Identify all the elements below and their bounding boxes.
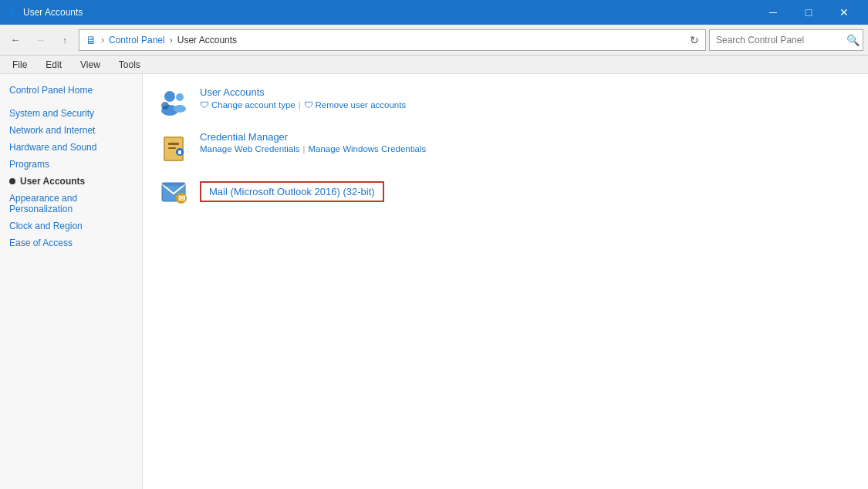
sidebar-item-network-internet[interactable]: Network and Internet — [0, 122, 142, 139]
content-area: User Accounts 🛡 Change account type | 🛡 … — [143, 74, 868, 489]
titlebar-icon: 👤 — [6, 6, 19, 19]
menu-file[interactable]: File — [6, 58, 33, 72]
user-accounts-body: User Accounts 🛡 Change account type | 🛡 … — [200, 86, 406, 110]
sidebar-item-programs[interactable]: Programs — [0, 156, 142, 173]
sidebar-item-hardware-sound[interactable]: Hardware and Sound — [0, 139, 142, 156]
user-accounts-icon — [158, 86, 189, 117]
change-account-type-link[interactable]: 🛡 Change account type — [200, 99, 296, 110]
titlebar-controls: ─ □ ✕ — [755, 0, 862, 25]
breadcrumb-user-accounts: User Accounts — [177, 35, 237, 46]
sidebar: Control Panel Home System and Security N… — [0, 74, 143, 489]
shield-icon-2: 🛡 — [304, 99, 313, 110]
remove-user-accounts-link[interactable]: 🛡 Remove user accounts — [304, 99, 407, 110]
titlebar: 👤 User Accounts ─ □ ✕ — [0, 0, 868, 25]
breadcrumb-control-panel[interactable]: Control Panel — [109, 35, 165, 46]
sidebar-item-control-panel-home[interactable]: Control Panel Home — [0, 82, 142, 99]
up-button[interactable]: ↑ — [54, 29, 76, 51]
manage-web-credentials-link[interactable]: Manage Web Credentials — [200, 144, 300, 153]
menubar: File Edit View Tools — [0, 56, 868, 74]
svg-rect-8 — [168, 147, 176, 149]
titlebar-title: User Accounts — [23, 7, 755, 18]
back-button[interactable]: ← — [5, 29, 26, 51]
shield-icon-1: 🛡 — [200, 99, 209, 110]
refresh-button[interactable]: ↻ — [690, 34, 699, 46]
sidebar-item-appearance[interactable]: Appearance andPersonalization — [0, 190, 142, 218]
credential-manager-links: Manage Web Credentials | Manage Windows … — [200, 144, 426, 153]
mail-title-box: Mail (Microsoft Outlook 2016) (32-bit) — [200, 181, 384, 202]
search-box: 🔍 — [709, 29, 863, 51]
addressbar: ← → ↑ 🖥 › Control Panel › User Accounts … — [0, 25, 868, 56]
sidebar-item-clock-region[interactable]: Clock and Region — [0, 218, 142, 234]
address-path-icon: 🖥 — [86, 34, 96, 46]
sidebar-item-ease-access[interactable]: Ease of Access — [0, 234, 142, 251]
list-item: ✉ Mail (Microsoft Outlook 2016) (32-bit) — [158, 176, 853, 207]
list-item: User Accounts 🛡 Change account type | 🛡 … — [158, 86, 853, 117]
user-accounts-links: 🛡 Change account type | 🛡 Remove user ac… — [200, 99, 406, 110]
bullet-dot — [9, 178, 15, 184]
mail-title[interactable]: Mail (Microsoft Outlook 2016) (32-bit) — [209, 186, 375, 197]
close-button[interactable]: ✕ — [826, 0, 862, 25]
search-icon: 🔍 — [846, 34, 860, 46]
menu-view[interactable]: View — [74, 58, 106, 72]
forward-button[interactable]: → — [29, 29, 51, 51]
svg-point-2 — [176, 93, 184, 101]
credential-manager-body: Credential Manager Manage Web Credential… — [200, 131, 426, 153]
svg-point-3 — [174, 105, 186, 113]
main-layout: Control Panel Home System and Security N… — [0, 74, 868, 489]
user-accounts-title[interactable]: User Accounts — [200, 86, 406, 98]
menu-edit[interactable]: Edit — [39, 58, 68, 72]
credential-manager-icon — [158, 131, 189, 162]
sidebar-item-user-accounts: User Accounts — [20, 176, 85, 187]
search-input[interactable] — [716, 35, 846, 46]
svg-text:✉: ✉ — [178, 194, 185, 203]
svg-rect-10 — [178, 150, 181, 154]
credential-manager-title[interactable]: Credential Manager — [200, 131, 426, 143]
maximize-button[interactable]: □ — [791, 0, 826, 25]
svg-rect-7 — [168, 143, 179, 145]
address-path: 🖥 › Control Panel › User Accounts ↻ — [79, 29, 706, 51]
sidebar-item-user-accounts-container: User Accounts — [0, 173, 142, 190]
menu-tools[interactable]: Tools — [113, 58, 147, 72]
svg-point-4 — [161, 102, 169, 110]
svg-point-0 — [164, 91, 175, 102]
manage-windows-credentials-link[interactable]: Manage Windows Credentials — [308, 144, 426, 153]
mail-icon: ✉ — [158, 176, 189, 207]
minimize-button[interactable]: ─ — [755, 0, 791, 25]
svg-rect-13 — [162, 183, 185, 186]
sidebar-item-system-security[interactable]: System and Security — [0, 105, 142, 122]
list-item: Credential Manager Manage Web Credential… — [158, 131, 853, 162]
